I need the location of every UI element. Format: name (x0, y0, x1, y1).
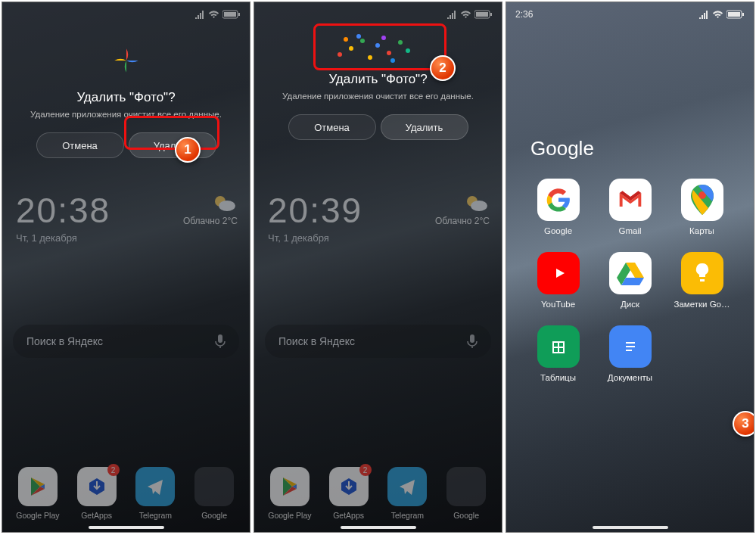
app-maps[interactable]: Карты (670, 179, 734, 235)
dock-app-telegram[interactable]: Telegram (132, 467, 179, 520)
app-label: YouTube (527, 300, 590, 309)
uninstall-dialog: Удалить "Фото"? Удаление приложения очис… (254, 72, 502, 140)
wifi-icon (460, 10, 471, 19)
dock-label: Google Play (266, 511, 313, 520)
home-indicator[interactable] (593, 526, 668, 529)
signal-icon (446, 11, 457, 19)
notification-badge: 2 (359, 464, 372, 476)
weather-text: Облачно 2°C (183, 216, 238, 226)
app-label: Заметки Go… (671, 300, 733, 309)
status-time: 2:36 (515, 9, 533, 20)
youtube-icon (549, 263, 568, 283)
signal-icon (194, 11, 205, 19)
telegram-icon (396, 475, 418, 498)
dock-label: Google Play (14, 511, 61, 520)
app-youtube[interactable]: YouTube (526, 252, 590, 309)
dialog-subtitle: Удаление приложения очистит все его данн… (2, 110, 250, 119)
uninstall-dialog: Удалить "Фото"? Удаление приложения очис… (2, 36, 250, 158)
svg-rect-11 (470, 334, 474, 343)
dock-app-google-play[interactable]: Google Play (266, 467, 313, 520)
step-badge-1: 1 (175, 137, 201, 163)
weather-widget: Облачно 2°C (183, 193, 238, 226)
notification-badge: 2 (107, 464, 120, 476)
docs-icon (622, 336, 639, 357)
microphone-icon[interactable] (467, 334, 478, 348)
delete-button[interactable]: Удалить (381, 114, 468, 140)
gmail-icon (618, 190, 643, 210)
app-keep[interactable]: Заметки Go… (670, 252, 734, 309)
dock: Google Play 2 GetApps Telegram Google (254, 467, 502, 520)
app-label: Диск (599, 300, 661, 309)
dock-label: Google (443, 511, 490, 520)
app-docs[interactable]: Документы (598, 325, 662, 382)
wifi-icon (208, 10, 219, 19)
signal-icon (698, 11, 709, 19)
clock-date: Чт, 1 декабря (268, 232, 362, 244)
status-bar: 2:36 (506, 7, 754, 22)
dock-label: Google (191, 511, 238, 520)
clock-widget: 20:38 Чт, 1 декабря (16, 190, 110, 244)
clock-date: Чт, 1 декабря (16, 232, 110, 244)
home-indicator[interactable] (341, 526, 416, 529)
clock-time: 20:38 (16, 190, 110, 231)
svg-point-4 (219, 201, 235, 211)
svg-point-10 (471, 201, 487, 211)
dock-app-google-play[interactable]: Google Play (14, 467, 61, 520)
dock-app-getapps[interactable]: 2 GetApps (325, 467, 372, 520)
telegram-icon (144, 475, 166, 498)
google-icon (546, 187, 571, 213)
app-label: Google (527, 226, 590, 235)
app-label: Таблицы (527, 373, 590, 382)
maps-icon (691, 185, 714, 215)
app-drive[interactable]: Диск (598, 252, 662, 309)
delete-button[interactable]: Удалить (129, 132, 216, 158)
dock-app-google-folder[interactable]: Google (443, 467, 490, 520)
uninstall-animation (315, 30, 443, 69)
sheets-icon (550, 336, 567, 357)
dock-app-getapps[interactable]: 2 GetApps (73, 467, 120, 520)
folder-icon (194, 467, 234, 506)
home-indicator[interactable] (89, 526, 164, 529)
weather-icon (210, 193, 238, 213)
dock-app-telegram[interactable]: Telegram (384, 467, 431, 520)
step-badge-2: 2 (430, 55, 456, 81)
folder-title: Google (530, 137, 734, 160)
dialog-title: Удалить "Фото"? (254, 72, 502, 87)
play-store-icon (26, 475, 49, 498)
dock-label: GetApps (73, 511, 120, 520)
search-bar[interactable]: Поиск в Яндекс (13, 325, 239, 358)
screenshot-2: Удалить "Фото"? Удаление приложения очис… (254, 2, 502, 533)
screenshot-1: Удалить "Фото"? Удаление приложения очис… (2, 2, 250, 533)
google-photos-icon (110, 45, 142, 76)
app-sheets[interactable]: Таблицы (526, 325, 590, 382)
dock-app-google-folder[interactable]: Google (191, 467, 238, 520)
dock-label: GetApps (325, 511, 372, 520)
svg-rect-14 (742, 13, 744, 16)
clock-time: 20:39 (268, 190, 362, 231)
play-store-icon (278, 475, 301, 498)
microphone-icon[interactable] (215, 334, 226, 348)
dock-label: Telegram (132, 511, 179, 520)
app-google[interactable]: Google (526, 179, 590, 235)
weather-widget: Облачно 2°C (435, 193, 490, 226)
dialog-subtitle: Удаление приложения очистит все его данн… (254, 92, 502, 101)
app-label: Карты (671, 226, 733, 235)
getapps-icon (86, 475, 108, 498)
weather-icon (462, 193, 490, 213)
dialog-title: Удалить "Фото"? (2, 90, 250, 105)
battery-icon (474, 10, 493, 19)
app-label: Gmail (599, 226, 661, 235)
status-bar (254, 7, 502, 22)
wifi-icon (712, 10, 723, 19)
svg-rect-7 (476, 12, 488, 17)
cancel-button[interactable]: Отмена (36, 132, 124, 158)
search-bar[interactable]: Поиск в Яндекс (265, 325, 491, 358)
screenshot-3: 2:36 Google Google Gmail Карты YouTu (506, 2, 754, 533)
search-placeholder: Поиск в Яндекс (26, 335, 103, 347)
app-gmail[interactable]: Gmail (598, 179, 662, 235)
cancel-button[interactable]: Отмена (288, 114, 376, 140)
weather-text: Облачно 2°C (435, 216, 490, 226)
clock-widget: 20:39 Чт, 1 декабря (268, 190, 362, 244)
svg-rect-13 (728, 12, 740, 17)
status-bar (2, 7, 250, 22)
